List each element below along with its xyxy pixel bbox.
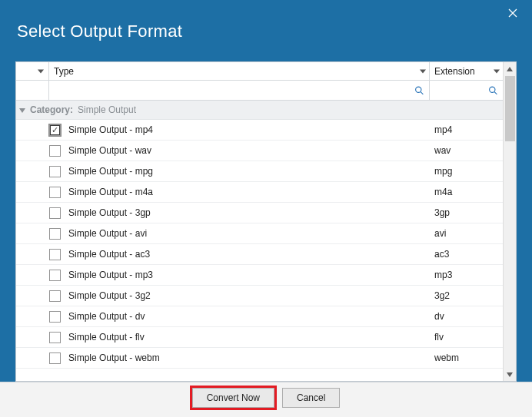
row-ext-cell: flv	[430, 332, 503, 343]
row-checkbox[interactable]	[49, 124, 61, 136]
group-value: Simple Output	[78, 104, 136, 115]
group-header[interactable]: Category: Simple Output	[16, 101, 503, 120]
row-checkbox[interactable]	[49, 187, 61, 198]
table-row[interactable]: Simple Output - flvflv	[16, 327, 503, 348]
row-checkbox-cell	[16, 332, 65, 343]
cancel-label: Cancel	[297, 392, 325, 403]
row-ext-cell: avi	[430, 228, 503, 239]
row-ext-cell: mp4	[430, 124, 503, 135]
search-icon[interactable]	[414, 85, 424, 95]
row-checkbox-cell	[16, 311, 65, 323]
row-type-cell: Simple Output - wav	[65, 145, 430, 156]
table-row[interactable]: Simple Output - 3gp3gp	[16, 203, 503, 223]
row-checkbox-cell	[16, 270, 65, 281]
row-checkbox[interactable]	[49, 270, 61, 281]
row-ext-cell: 3gp	[430, 207, 503, 218]
svg-point-2	[490, 87, 495, 92]
row-checkbox-cell	[16, 145, 65, 157]
convert-now-button[interactable]: Convert Now	[192, 388, 274, 408]
table-row[interactable]: Simple Output - mpgmpg	[16, 161, 503, 182]
content-area: Type Extension	[15, 61, 517, 382]
row-type-cell: Simple Output - m4a	[65, 187, 430, 197]
row-checkbox-cell	[16, 207, 65, 219]
table-row[interactable]: Simple Output - dvdv	[16, 306, 503, 327]
row-type-cell: Simple Output - webm	[65, 352, 430, 363]
dialog-title: Select Output Format	[17, 22, 182, 41]
table-row[interactable]: Simple Output - webmwebm	[16, 348, 503, 369]
header-extension-column[interactable]: Extension	[430, 62, 503, 80]
format-table: Type Extension	[16, 62, 516, 381]
row-checkbox[interactable]	[49, 228, 61, 240]
row-checkbox-cell	[16, 249, 65, 260]
chevron-down-icon	[494, 69, 500, 73]
rows-container: Category: Simple Output Simple Output - …	[16, 101, 503, 381]
chevron-down-icon	[420, 69, 426, 73]
row-ext-cell: mpg	[430, 166, 503, 177]
row-type-cell: Simple Output - dv	[65, 311, 430, 322]
row-ext-cell: m4a	[430, 187, 503, 197]
header-type-label: Type	[54, 66, 74, 77]
scroll-down-button[interactable]	[504, 368, 516, 381]
filter-row	[16, 81, 503, 101]
table-row[interactable]: Simple Output - m4am4a	[16, 182, 503, 203]
row-ext-cell: wav	[430, 145, 503, 156]
row-ext-cell: 3g2	[430, 290, 503, 301]
header-extension-label: Extension	[434, 66, 475, 77]
table-row[interactable]: Simple Output - wavwav	[16, 141, 503, 161]
svg-line-3	[494, 91, 497, 94]
dialog-footer: Convert Now Cancel	[0, 382, 532, 417]
table-row[interactable]: Simple Output - mp4mp4	[16, 120, 503, 141]
row-type-cell: Simple Output - mpg	[65, 166, 430, 177]
close-icon	[508, 7, 517, 21]
filter-checkbox-cell	[16, 81, 49, 100]
row-checkbox[interactable]	[49, 166, 61, 177]
row-checkbox-cell	[16, 166, 65, 177]
row-type-cell: Simple Output - 3gp	[65, 207, 430, 218]
header-type-column[interactable]: Type	[49, 62, 430, 80]
collapse-icon	[19, 108, 25, 113]
filter-type-input[interactable]	[54, 84, 424, 98]
svg-point-0	[416, 87, 421, 92]
row-type-cell: Simple Output - ac3	[65, 249, 430, 260]
vertical-scrollbar[interactable]	[503, 62, 516, 381]
row-type-cell: Simple Output - 3g2	[65, 290, 430, 301]
row-checkbox-cell	[16, 290, 65, 302]
row-type-cell: Simple Output - mp4	[65, 124, 430, 135]
scroll-thumb[interactable]	[505, 76, 515, 141]
row-checkbox[interactable]	[49, 145, 61, 157]
row-ext-cell: dv	[430, 311, 503, 322]
row-checkbox-cell	[16, 187, 65, 198]
row-checkbox[interactable]	[49, 207, 61, 219]
header-checkbox-column[interactable]	[16, 62, 49, 80]
chevron-down-icon	[38, 69, 44, 73]
svg-line-1	[421, 91, 423, 94]
row-type-cell: Simple Output - avi	[65, 228, 430, 239]
filter-ext-cell	[430, 81, 503, 100]
table-row[interactable]: Simple Output - mp3mp3	[16, 265, 503, 286]
row-checkbox[interactable]	[49, 352, 61, 364]
row-type-cell: Simple Output - mp3	[65, 270, 430, 280]
row-checkbox[interactable]	[49, 311, 61, 323]
scroll-up-button[interactable]	[504, 62, 516, 75]
cancel-button[interactable]: Cancel	[282, 388, 340, 408]
row-checkbox-cell	[16, 352, 65, 364]
table-row[interactable]: Simple Output - 3g23g2	[16, 286, 503, 306]
close-button[interactable]	[501, 5, 524, 23]
title-bar: Select Output Format	[0, 0, 532, 55]
table-header: Type Extension	[16, 62, 503, 81]
dialog-window: Select Output Format Type Extension	[0, 0, 532, 417]
row-ext-cell: mp3	[430, 270, 503, 280]
table-row[interactable]: Simple Output - ac3ac3	[16, 244, 503, 265]
table-row[interactable]: Simple Output - aviavi	[16, 223, 503, 244]
row-ext-cell: ac3	[430, 249, 503, 260]
row-checkbox[interactable]	[49, 332, 61, 343]
row-checkbox[interactable]	[49, 249, 61, 260]
group-label: Category:	[30, 104, 73, 115]
row-checkbox-cell	[16, 228, 65, 240]
row-type-cell: Simple Output - flv	[65, 332, 430, 343]
filter-type-cell	[49, 81, 430, 100]
row-checkbox[interactable]	[49, 290, 61, 302]
search-icon[interactable]	[488, 85, 498, 95]
row-checkbox-cell	[16, 124, 65, 136]
row-ext-cell: webm	[430, 352, 503, 363]
